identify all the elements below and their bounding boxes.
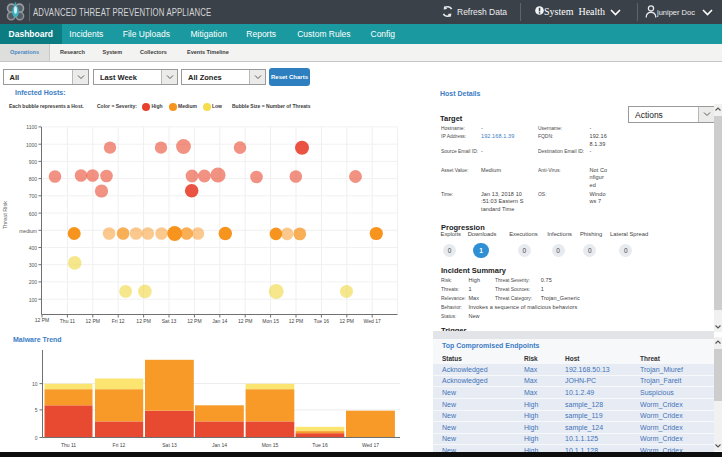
svg-text:Tue 16: Tue 16 xyxy=(314,318,330,324)
svg-text:5: 5 xyxy=(35,407,38,413)
svg-text:Thu 11: Thu 11 xyxy=(61,442,76,448)
svg-text:12 PM: 12 PM xyxy=(238,318,252,324)
svg-text:Fri 12: Fri 12 xyxy=(113,442,126,448)
svg-text:12 PM: 12 PM xyxy=(136,318,150,324)
svg-text:Mon 15: Mon 15 xyxy=(262,442,279,448)
svg-text:600: 600 xyxy=(29,211,38,217)
svg-text:12 PM: 12 PM xyxy=(289,318,303,324)
svg-text:400: 400 xyxy=(29,245,38,251)
svg-text:1000: 1000 xyxy=(26,142,37,148)
svg-text:0: 0 xyxy=(35,435,38,441)
svg-text:12 PM: 12 PM xyxy=(86,318,100,324)
svg-text:Thu 11: Thu 11 xyxy=(60,318,75,324)
svg-text:Threat Risk: Threat Risk xyxy=(2,201,8,229)
svg-text:10: 10 xyxy=(32,381,38,387)
svg-text:1100: 1100 xyxy=(26,124,37,130)
svg-text:700: 700 xyxy=(29,193,38,199)
svg-text:Tue 16: Tue 16 xyxy=(312,442,328,448)
svg-text:300: 300 xyxy=(29,262,38,268)
svg-text:Mon 15: Mon 15 xyxy=(262,318,279,324)
svg-text:Sat 13: Sat 13 xyxy=(162,318,177,324)
svg-text:800: 800 xyxy=(29,176,38,182)
svg-text:12 PM: 12 PM xyxy=(340,318,354,324)
svg-text:Jan 14: Jan 14 xyxy=(212,442,227,448)
svg-text:Sat 13: Sat 13 xyxy=(162,442,177,448)
svg-text:Fri 12: Fri 12 xyxy=(112,318,125,324)
svg-text:200: 200 xyxy=(29,279,38,285)
svg-text:12 PM: 12 PM xyxy=(187,318,201,324)
svg-text:Wed 17: Wed 17 xyxy=(364,318,381,324)
svg-text:100: 100 xyxy=(29,297,38,303)
svg-text:12 PM: 12 PM xyxy=(35,317,49,323)
svg-text:medium: medium xyxy=(19,228,37,234)
svg-text:Jan 14: Jan 14 xyxy=(212,318,227,324)
svg-text:Wed 17: Wed 17 xyxy=(362,442,379,448)
svg-text:900: 900 xyxy=(29,159,38,165)
